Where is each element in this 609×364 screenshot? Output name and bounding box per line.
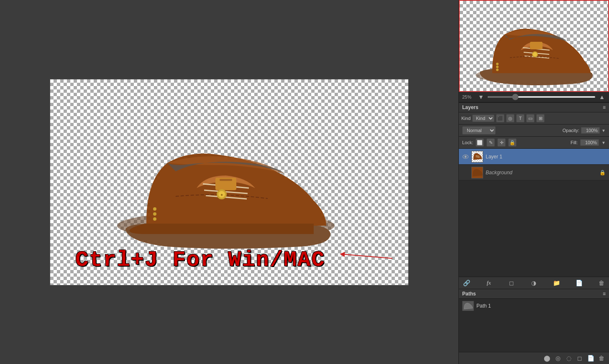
- zoom-value: 25%: [462, 94, 475, 99]
- layer-item-layer1[interactable]: Layer 1: [459, 149, 609, 165]
- new-layer-btn[interactable]: 📄: [575, 279, 583, 287]
- svg-rect-5: [220, 179, 232, 181]
- fill-path-btn[interactable]: ⬤: [543, 354, 551, 362]
- paths-panel-icons: ≡: [603, 291, 606, 297]
- stroke-path-btn[interactable]: ◎: [554, 354, 562, 362]
- layer1-thumb-shoe: [472, 151, 483, 162]
- path1-thumbnail: [462, 301, 474, 311]
- svg-point-22: [496, 69, 499, 71]
- lock-pixels-btn[interactable]: ✎: [486, 138, 495, 147]
- delete-path-btn[interactable]: 🗑: [597, 354, 606, 362]
- zoom-minus-btn[interactable]: ▼: [477, 94, 485, 100]
- layer-actions: 🔗 fx ◻ ◑ 📁 📄 🗑: [459, 277, 609, 289]
- svg-point-11: [153, 217, 156, 221]
- layer1-thumbnail: [471, 151, 483, 163]
- canvas-wrapper: ✦ Ctrl+J For Win/MAC: [50, 79, 409, 285]
- svg-text:✦: ✦: [220, 193, 223, 197]
- path-item-path1[interactable]: Path 1: [459, 299, 609, 313]
- filter-smart-icon[interactable]: ⊞: [536, 114, 545, 122]
- paths-panel-header: Paths ≡: [459, 289, 609, 299]
- paths-panel: Paths ≡ Path 1 ⬤ ◎ ◌ ◻ 📄 🗑: [459, 289, 609, 364]
- background-thumbnail: [471, 167, 483, 178]
- link-layers-btn[interactable]: 🔗: [462, 279, 471, 287]
- blend-mode-select[interactable]: Normal Multiply Screen Overlay: [462, 126, 496, 135]
- group-btn[interactable]: 📁: [552, 279, 560, 287]
- filter-type-icon[interactable]: T: [516, 114, 525, 122]
- lock-all-btn[interactable]: 🔒: [508, 138, 517, 147]
- layers-panel-header: Layers ≡: [459, 103, 609, 112]
- layer-filter-row: Kind Kind ⬛ ◎ T ▭ ⊞: [459, 112, 609, 125]
- svg-point-9: [153, 207, 156, 211]
- right-panel: 25% ▼ ▲ Layers ≡ Kind Kind ⬛ ◎ T ▭ ⊞: [458, 0, 609, 364]
- fill-input[interactable]: [580, 139, 599, 146]
- zoom-plus-btn[interactable]: ▲: [598, 94, 606, 100]
- new-path-btn[interactable]: 📄: [586, 354, 595, 362]
- svg-point-20: [496, 63, 499, 65]
- filter-shape-icon[interactable]: ▭: [526, 114, 535, 122]
- svg-rect-17: [530, 42, 542, 49]
- fill-label: Fill:: [571, 140, 578, 145]
- eye-icon-layer1: [463, 155, 468, 159]
- kind-label: Kind: [461, 116, 471, 121]
- eye-slot-background: [463, 171, 468, 175]
- layer-item-background[interactable]: Background 🔒: [459, 165, 609, 181]
- svg-point-19: [533, 52, 537, 56]
- layers-panel: Layers ≡ Kind Kind ⬛ ◎ T ▭ ⊞ Normal Mult…: [459, 102, 609, 289]
- kind-select[interactable]: Kind: [472, 115, 494, 122]
- layer1-visibility[interactable]: [462, 153, 469, 160]
- thumbnail-preview[interactable]: [459, 0, 609, 92]
- blend-opacity-row: Normal Multiply Screen Overlay Opacity: …: [459, 125, 609, 137]
- opacity-dropdown[interactable]: ▼: [601, 128, 606, 133]
- layers-list: Layer 1 Background 🔒: [459, 149, 609, 277]
- paths-menu-icon[interactable]: ≡: [603, 291, 606, 297]
- lock-position-btn[interactable]: ✛: [497, 138, 506, 147]
- zoom-bar: 25% ▼ ▲: [459, 92, 609, 102]
- paths-list: Path 1: [459, 299, 609, 352]
- layers-panel-title: Layers: [462, 104, 478, 110]
- background-name: Background: [486, 170, 597, 176]
- lock-transparent-btn[interactable]: ⬜: [476, 138, 484, 147]
- lock-label: Lock:: [462, 140, 473, 145]
- zoom-slider[interactable]: [487, 96, 596, 98]
- fill-dropdown[interactable]: ▼: [601, 140, 606, 145]
- path-to-selection-btn[interactable]: ◌: [565, 354, 573, 362]
- background-visibility[interactable]: [462, 169, 469, 176]
- layers-panel-icons: ≡: [603, 104, 606, 110]
- opacity-label: Opacity:: [563, 128, 579, 133]
- opacity-row: Opacity: ▼: [563, 127, 606, 134]
- mask-btn[interactable]: ◻: [507, 279, 516, 287]
- opacity-input[interactable]: [581, 127, 600, 134]
- delete-layer-btn[interactable]: 🗑: [597, 279, 606, 287]
- filter-pixel-icon[interactable]: ⬛: [496, 114, 504, 122]
- thumbnail-shoe: [460, 1, 608, 91]
- canvas-area: ✦ Ctrl+J For Win/MAC: [0, 0, 458, 364]
- paths-panel-title: Paths: [462, 291, 476, 297]
- fx-btn[interactable]: fx: [485, 279, 493, 287]
- adjustment-btn[interactable]: ◑: [530, 279, 538, 287]
- svg-point-10: [153, 212, 156, 216]
- selection-to-path-btn[interactable]: ◻: [576, 354, 584, 362]
- paths-actions: ⬤ ◎ ◌ ◻ 📄 🗑: [459, 352, 609, 364]
- shoe-layer: ✦: [92, 104, 360, 255]
- background-lock-icon: 🔒: [599, 170, 606, 176]
- shoe-svg: ✦: [92, 104, 360, 255]
- path1-name: Path 1: [476, 303, 491, 309]
- filter-adjust-icon[interactable]: ◎: [506, 114, 514, 122]
- panel-menu-icon[interactable]: ≡: [603, 104, 606, 110]
- lock-fill-row: Lock: ⬜ ✎ ✛ 🔒 Fill: ▼: [459, 137, 609, 149]
- canvas-overlay-text: Ctrl+J For Win/MAC: [75, 248, 325, 272]
- layer1-name: Layer 1: [486, 154, 606, 160]
- svg-point-21: [496, 66, 499, 68]
